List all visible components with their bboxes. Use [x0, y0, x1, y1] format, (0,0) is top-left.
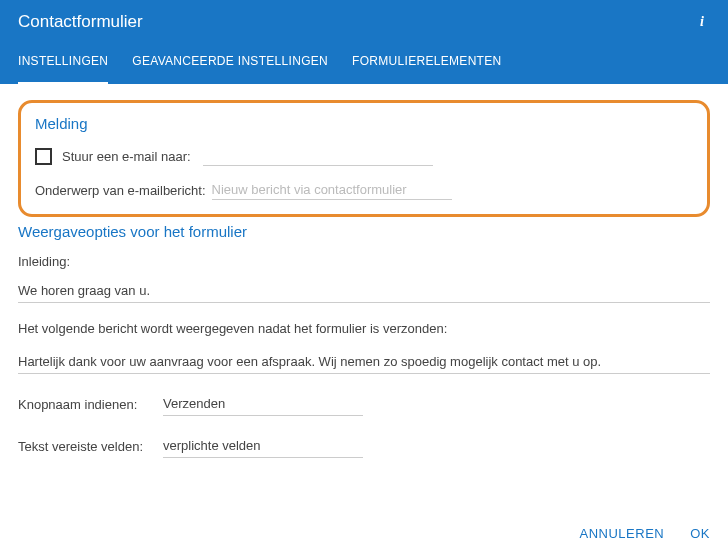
send-email-row: Stuur een e-mail naar: [35, 146, 693, 166]
display-options-title: Weergaveopties voor het formulier [18, 223, 710, 240]
dialog-footer: ANNULEREN OK [0, 512, 728, 555]
tab-advanced-settings[interactable]: GEAVANCEERDE INSTELLINGEN [132, 42, 328, 85]
subject-row: Onderwerp van e-mailbericht: [35, 180, 693, 200]
dialog-header: Contactformulier i INSTELLINGEN GEAVANCE… [0, 0, 728, 84]
button-name-row: Knopnaam indienen: [18, 392, 710, 416]
required-text-input[interactable] [163, 434, 363, 458]
button-name-label: Knopnaam indienen: [18, 397, 163, 412]
tab-form-elements[interactable]: FORMULIERELEMENTEN [352, 42, 501, 85]
ok-button[interactable]: OK [690, 526, 710, 541]
subject-input[interactable] [212, 180, 452, 200]
required-text-row: Tekst vereiste velden: [18, 434, 710, 458]
after-submit-input[interactable] [18, 350, 710, 374]
tab-settings[interactable]: INSTELLINGEN [18, 42, 108, 85]
send-email-checkbox[interactable] [35, 148, 52, 165]
intro-label: Inleiding: [18, 254, 710, 269]
after-submit-group: Het volgende bericht wordt weergegeven n… [18, 321, 710, 374]
send-email-input[interactable] [203, 146, 433, 166]
send-email-label: Stuur een e-mail naar: [62, 149, 191, 164]
notification-title: Melding [35, 115, 693, 132]
subject-label: Onderwerp van e-mailbericht: [35, 183, 206, 198]
content: Melding Stuur een e-mail naar: Onderwerp… [0, 84, 728, 458]
info-icon[interactable]: i [694, 14, 710, 30]
notification-section-highlight: Melding Stuur een e-mail naar: Onderwerp… [18, 100, 710, 217]
required-text-label: Tekst vereiste velden: [18, 439, 163, 454]
after-submit-label: Het volgende bericht wordt weergegeven n… [18, 321, 710, 336]
cancel-button[interactable]: ANNULEREN [580, 526, 665, 541]
intro-input[interactable] [18, 279, 710, 303]
button-name-input[interactable] [163, 392, 363, 416]
tabs: INSTELLINGEN GEAVANCEERDE INSTELLINGEN F… [18, 42, 710, 84]
header-top: Contactformulier i [18, 12, 710, 42]
dialog-title: Contactformulier [18, 12, 143, 32]
intro-group: Inleiding: [18, 254, 710, 303]
